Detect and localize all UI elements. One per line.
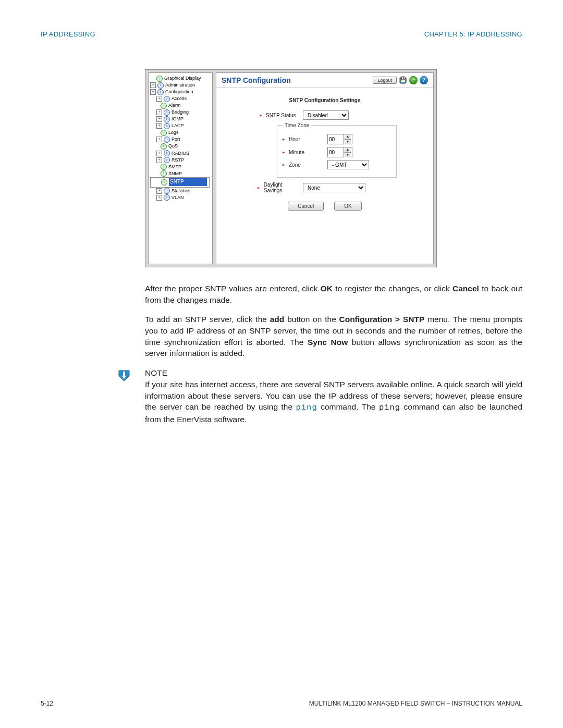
screenshot: ›Graphical Display +›Administration −›Co…: [145, 69, 437, 267]
expand-icon[interactable]: +: [156, 195, 162, 201]
nav-item-lacp[interactable]: LACP: [172, 122, 211, 129]
form-section-title: SNTP Configuration Settings: [227, 97, 423, 103]
note-icon: [115, 368, 133, 383]
help-icon[interactable]: ?: [420, 76, 428, 84]
time-zone-fieldset: Time Zone ▸Hour ▲▼ ▸Minute: [277, 122, 397, 178]
expand-icon[interactable]: +: [156, 188, 162, 194]
nav-item-alarm[interactable]: Alarm: [168, 102, 211, 109]
expand-icon[interactable]: +: [156, 109, 162, 115]
nav-item-qos[interactable]: QoS: [168, 143, 211, 150]
page-number: 5-12: [41, 700, 53, 707]
nav-item-bridging[interactable]: Bridging: [172, 109, 211, 116]
main-pane: SNTP Configuration Logout 💾 ⟳ ? SNTP Con…: [216, 72, 434, 264]
page-header-right: CHAPTER 5: IP ADDRESSING: [424, 30, 522, 38]
expand-icon[interactable]: +: [156, 157, 162, 163]
minute-label: Minute: [289, 150, 304, 155]
nav-item-port[interactable]: Port: [172, 136, 211, 143]
arrow-icon: ▸: [258, 185, 262, 190]
arrow-icon: ▸: [283, 150, 287, 155]
nav-item-snmp[interactable]: SNMP: [168, 170, 211, 177]
svg-rect-1: [123, 372, 125, 376]
nav-item-radius[interactable]: RADIUS: [172, 150, 211, 157]
zone-select[interactable]: - GMT: [327, 160, 369, 169]
spinner-up-icon[interactable]: ▲: [344, 134, 351, 140]
expand-icon[interactable]: +: [150, 82, 156, 88]
hour-label: Hour: [289, 137, 300, 142]
panel-title: SNTP Configuration: [222, 76, 291, 84]
nav-item-logs[interactable]: Logs: [168, 129, 211, 136]
nav-item-smtp[interactable]: SMTP: [168, 164, 211, 170]
refresh-icon[interactable]: ⟳: [409, 76, 418, 84]
footer-title: MULTILINK ML1200 MANAGED FIELD SWITCH – …: [309, 700, 522, 707]
daylight-savings-label: Daylight Savings: [264, 182, 300, 193]
expand-icon[interactable]: +: [156, 137, 162, 142]
paragraph-2: To add an SNTP server, click the add but…: [145, 314, 522, 359]
nav-item-rstp[interactable]: RSTP: [172, 157, 211, 164]
expand-icon[interactable]: +: [156, 151, 162, 156]
nav-item-sntp[interactable]: SNTP: [169, 178, 207, 186]
hour-input[interactable]: [328, 135, 344, 143]
expand-icon[interactable]: +: [156, 96, 162, 102]
nav-item-igmp[interactable]: IGMP: [172, 116, 211, 122]
page-header-left: IP ADDRESSING: [41, 30, 95, 38]
cancel-button[interactable]: Cancel: [288, 202, 324, 211]
spinner-down-icon[interactable]: ▼: [344, 140, 351, 144]
nav-tree[interactable]: ›Graphical Display +›Administration −›Co…: [148, 72, 213, 264]
spinner-up-icon[interactable]: ▲: [344, 147, 351, 153]
zone-label: Zone: [289, 162, 301, 168]
time-zone-legend: Time Zone: [283, 122, 311, 128]
nav-item-vlan[interactable]: VLAN: [172, 194, 211, 201]
logout-button[interactable]: Logout: [373, 77, 397, 84]
arrow-icon: ▸: [283, 137, 287, 142]
arrow-icon: ▸: [283, 162, 287, 167]
nav-item-statistics[interactable]: Statistics: [172, 188, 211, 194]
nav-item-graphical-display[interactable]: Graphical Display: [164, 75, 211, 82]
sntp-status-select[interactable]: Disabled: [303, 110, 349, 120]
paragraph-1: After the proper SNTP values are entered…: [145, 283, 522, 305]
expand-icon[interactable]: +: [156, 123, 162, 129]
minute-spinner[interactable]: ▲▼: [327, 147, 352, 157]
daylight-savings-select[interactable]: None: [303, 183, 365, 192]
hour-spinner[interactable]: ▲▼: [327, 134, 352, 144]
arrow-icon: ▸: [260, 113, 264, 118]
save-icon[interactable]: 💾: [399, 76, 407, 84]
collapse-icon[interactable]: −: [150, 89, 156, 95]
spinner-down-icon[interactable]: ▼: [344, 153, 351, 157]
minute-input[interactable]: [328, 148, 344, 156]
sntp-status-label: SNTP Status: [266, 113, 296, 118]
nav-item-access[interactable]: Access: [172, 95, 211, 102]
nav-item-configuration[interactable]: Configuration: [165, 89, 211, 95]
ok-button[interactable]: OK: [334, 202, 361, 211]
expand-icon[interactable]: +: [156, 116, 162, 122]
nav-item-administration[interactable]: Administration: [165, 82, 211, 89]
